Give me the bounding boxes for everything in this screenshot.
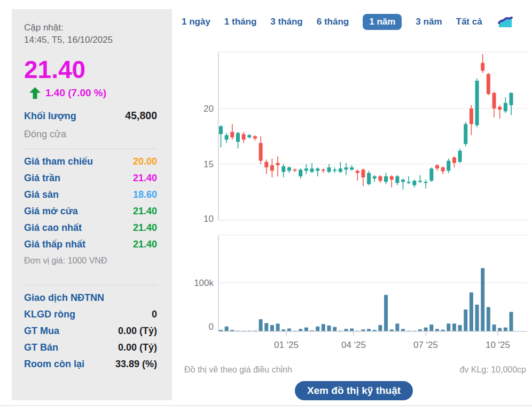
volume-bar (504, 328, 507, 331)
candle-body (424, 182, 428, 183)
x-tick-label: 10 '25 (486, 340, 510, 350)
candle-body (441, 167, 445, 171)
technical-chart-button[interactable]: Xem đồ thị kỹ thuật (295, 381, 413, 400)
candle-body (418, 181, 422, 182)
candle-body (281, 166, 285, 172)
candle-body (247, 135, 251, 137)
candle-body (219, 126, 223, 134)
candle-body (310, 168, 314, 172)
candle-body (339, 168, 342, 172)
y-tick-100k: 100k (194, 278, 214, 288)
x-tick-label: 01 '25 (274, 340, 299, 350)
volume-bar (464, 309, 467, 331)
candle-body (322, 169, 325, 170)
candle-body (435, 165, 439, 168)
candle-body (276, 163, 280, 165)
candle-body (242, 134, 246, 139)
candle-body (304, 168, 308, 170)
volume-bar (510, 312, 513, 331)
volume-unit-note: đv KLg: 10,000cp (459, 365, 526, 375)
volume-bar (384, 295, 388, 331)
y-tick-10: 10 (204, 214, 214, 224)
volume-bar (276, 323, 280, 331)
volume-bar (327, 325, 331, 331)
candle-body (230, 132, 234, 137)
candle-body (487, 74, 490, 94)
volume-bar (316, 327, 319, 331)
volume-bar (424, 328, 428, 331)
candle-body (481, 63, 484, 71)
y-tick-15: 15 (204, 159, 214, 169)
volume-bar (452, 323, 456, 331)
candle-body (504, 103, 507, 112)
volume-bar (470, 292, 473, 331)
volume-bar (378, 325, 382, 331)
candle-body (361, 169, 365, 177)
volume-bar (259, 319, 263, 331)
candle-body (327, 167, 331, 172)
candle-body (378, 176, 382, 181)
candle-body (475, 81, 479, 125)
candle-body (287, 167, 291, 170)
candle-body (452, 158, 456, 163)
candle-body (390, 176, 394, 180)
candle-body (447, 161, 450, 171)
volume-bar (447, 323, 450, 331)
candle-body (464, 124, 467, 144)
candle-body (395, 176, 399, 183)
candle-body (356, 170, 359, 173)
x-tick-label: 07 '25 (413, 340, 438, 350)
candle-body (333, 169, 337, 170)
candle-body (344, 167, 348, 169)
volume-bar (492, 324, 496, 331)
candle-body (225, 135, 229, 139)
price-volume-chart[interactable]: 201510100k001 '2504 '2507 '2510 '25 (0, 0, 532, 411)
volume-bar (322, 324, 325, 331)
candle-body (384, 176, 388, 182)
volume-bar (429, 324, 433, 331)
volume-bar (350, 329, 354, 331)
page-divider (0, 405, 532, 406)
adjusted-price-note: Đồ thị vẽ theo giá điều chỉnh (184, 365, 292, 375)
volume-bar (395, 323, 399, 331)
candle-body (498, 107, 502, 110)
volume-bar (304, 328, 308, 331)
candle-body (373, 176, 377, 179)
x-tick-label: 04 '25 (341, 340, 366, 350)
candle-body (264, 162, 268, 167)
volume-bar (458, 325, 462, 331)
candle-body (401, 180, 405, 182)
candle-body (236, 133, 240, 142)
candle-body (270, 165, 274, 170)
y-tick-0: 0 (209, 322, 214, 332)
candle-body (299, 169, 302, 176)
candle-body (412, 181, 416, 185)
volume-bar (475, 305, 479, 331)
candle-body (259, 143, 263, 160)
volume-bar (487, 307, 490, 332)
candle-body (492, 93, 496, 108)
candle-body (253, 136, 257, 138)
volume-bar (264, 323, 268, 331)
candle-body (458, 151, 462, 162)
volume-bar (481, 268, 484, 331)
volume-bar (270, 325, 274, 331)
volume-bar (498, 328, 502, 331)
volume-bar (225, 327, 229, 331)
candle-body (293, 169, 297, 170)
candle-body (316, 168, 319, 170)
volume-bar (287, 329, 291, 331)
candle-body (510, 93, 513, 105)
candle-body (470, 108, 473, 124)
candle-body (407, 182, 411, 183)
y-tick-20: 20 (204, 104, 214, 114)
volume-bar (333, 327, 337, 331)
candle-body (350, 167, 354, 169)
candle-body (367, 173, 371, 184)
candle-body (429, 168, 433, 181)
